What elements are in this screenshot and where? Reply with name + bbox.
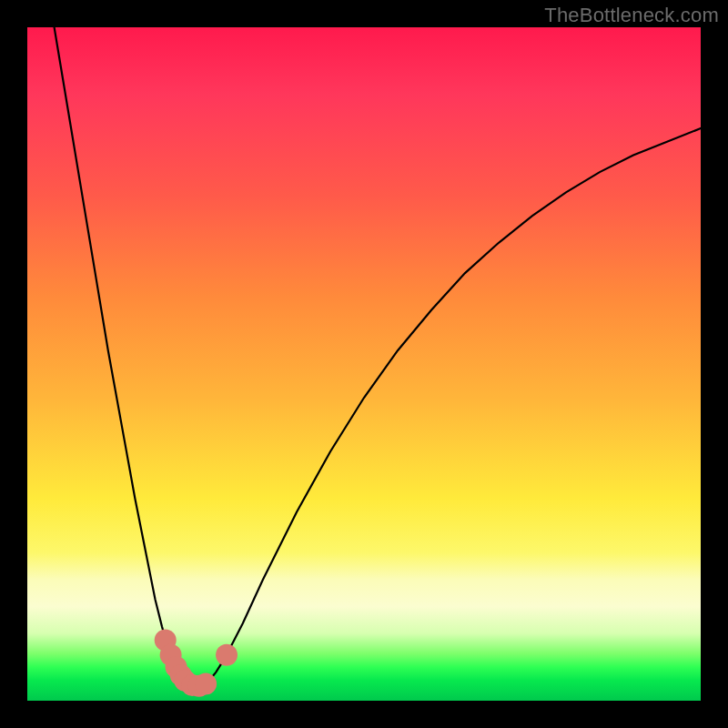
curve-right — [196, 128, 701, 686]
curve-marker — [216, 644, 238, 666]
curve-marker — [195, 673, 217, 695]
chart-frame: TheBottleneck.com — [0, 0, 728, 728]
watermark-text: TheBottleneck.com — [544, 4, 719, 27]
curve-markers — [155, 629, 238, 696]
curve-left — [55, 27, 196, 686]
plot-area — [27, 27, 701, 701]
chart-svg — [27, 27, 701, 701]
